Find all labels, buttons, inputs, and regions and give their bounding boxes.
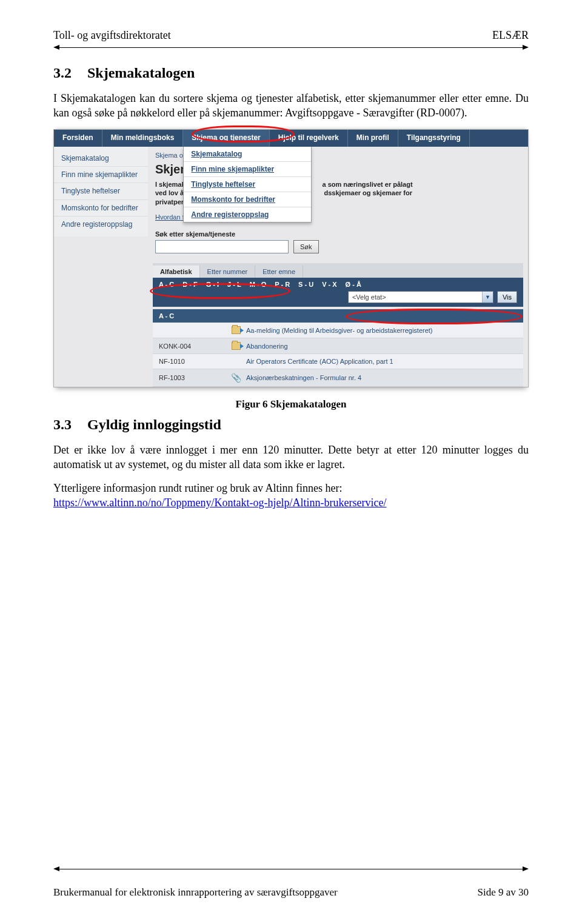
row-code: KONK-004 [159,343,226,350]
tab-etter-nummer[interactable]: Etter nummer [200,266,256,278]
vis-button[interactable]: Vis [497,291,517,303]
sidebar: Skjemakatalog Finn mine skjemaplikter Ti… [54,147,148,236]
search-input[interactable] [155,240,289,253]
screenshot: Forsiden Min meldingsboks Skjema og tjen… [53,129,529,388]
paperclip-icon: 📎 [226,373,246,383]
nav-skjema-og-tjenester[interactable]: Skjema og tjenester Skjemakatalog Finn m… [183,130,269,147]
nav-forsiden[interactable]: Forsiden [54,130,102,147]
doc-footer: Brukermanual for elektronisk innrapporte… [53,863,529,899]
table-row[interactable]: Aa-melding (Melding til Arbeidsgiver- og… [153,323,523,338]
letter-jl[interactable]: J - L [227,281,241,288]
footer-left: Brukermanual for elektronisk innrapporte… [53,886,338,899]
letter-vx[interactable]: V - X [322,281,336,288]
letter-ac[interactable]: A - C [159,281,174,288]
header-left: Toll- og avgiftsdirektoratet [53,29,171,42]
letter-gi[interactable]: G - I [206,281,219,288]
result-rows: Aa-melding (Melding til Arbeidsgiver- og… [153,323,523,387]
header-right: ELSÆR [492,29,529,42]
letter-oa[interactable]: Ø - Å [346,281,361,288]
letter-pr[interactable]: P - R [275,281,290,288]
sidebar-momskonto[interactable]: Momskonto for bedrifter [54,200,148,216]
etat-select-value: <Velg etat> [349,293,482,301]
folder-out-icon [226,342,246,350]
sort-tabs: Alfabetisk Etter nummer Etter emne [153,263,523,278]
tab-alfabetisk[interactable]: Alfabetisk [153,266,200,278]
dropdown-momskonto[interactable]: Momskonto for bedrifter [184,192,311,207]
search-button[interactable]: Søk [293,240,319,253]
skjema-dropdown: Skjemakatalog Finn mine skjemaplikter Ti… [183,147,312,223]
top-nav: Forsiden Min meldingsboks Skjema og tjen… [54,130,528,147]
header-rule [53,43,529,52]
folder-out-icon [226,326,246,334]
section-3-3-paragraph-1: Det er ikke lov å være innlogget i mer e… [53,443,529,472]
row-code: RF-1003 [159,374,226,381]
dropdown-tinglyste[interactable]: Tinglyste heftelser [184,177,311,192]
sidebar-andre[interactable]: Andre registeroppslag [54,216,148,232]
sidebar-tinglyste[interactable]: Tinglyste heftelser [54,183,148,199]
sidebar-skjemakatalog[interactable]: Skjemakatalog [54,150,148,167]
heading-3-2: 3.2Skjemakatalogen [53,65,529,81]
row-desc: Aa-melding (Melding til Arbeidsgiver- og… [246,327,517,334]
section-3-3-paragraph-2: Ytterligere informasjon rundt rutiner og… [53,481,529,495]
heading-number: 3.2 [53,65,87,81]
search-label: Søk etter skjema/tjeneste [155,230,523,238]
letter-bar: A - C D - F G - I J - L M - O P - R S - … [153,278,523,291]
letter-df[interactable]: D - F [182,281,197,288]
altinn-link[interactable]: https://www.altinn.no/no/Toppmeny/Kontak… [53,497,386,509]
nav-tilgang[interactable]: Tilgangsstyring [398,130,470,147]
heading-3-3: 3.3Gyldig innloggingstid [53,417,529,433]
table-row[interactable]: KONK-004 Abandonering [153,338,523,354]
table-row[interactable]: NF-1010 Air Operators Certificate (AOC) … [153,354,523,369]
group-header: A - C [153,309,523,323]
chevron-down-icon: ▼ [482,292,493,303]
row-desc: Aksjonærbeskatningen - Formular nr. 4 [246,374,517,381]
letter-su[interactable]: S - U [298,281,313,288]
nav-meldingsboks[interactable]: Min meldingsboks [102,130,184,147]
figure-caption: Figur 6 Skjemakatalogen [53,398,529,410]
heading-title: Gyldig innloggingstid [87,417,221,432]
row-code: NF-1010 [159,358,226,365]
etat-select[interactable]: <Velg etat> ▼ [348,291,493,303]
dropdown-finn-mine[interactable]: Finn mine skjemaplikter [184,162,311,177]
nav-skjema-label: Skjema og tjenester [192,133,260,142]
heading-number: 3.3 [53,417,87,433]
footer-rule [53,865,529,873]
dropdown-skjemakatalog[interactable]: Skjemakatalog [184,147,311,162]
heading-title: Skjemakatalogen [87,65,195,81]
tab-etter-emne[interactable]: Etter emne [255,266,303,278]
table-row[interactable]: RF-1003 📎 Aksjonærbeskatningen - Formula… [153,369,523,387]
row-desc: Air Operators Certificate (AOC) Applicat… [246,358,517,365]
dropdown-andre[interactable]: Andre registeroppslag [184,207,311,222]
sidebar-finn-mine[interactable]: Finn mine skjemaplikter [54,167,148,183]
footer-right: Side 9 av 30 [477,886,529,899]
row-desc: Abandonering [246,343,517,350]
nav-hjelp[interactable]: Hjelp til regelverk [270,130,348,147]
nav-profil[interactable]: Min profil [348,130,398,147]
section-3-2-paragraph: I Skjemakatalogen kan du sortere skjema … [53,91,529,121]
doc-header: Toll- og avgiftsdirektoratet ELSÆR [53,29,529,42]
letter-mo[interactable]: M - O [250,281,267,288]
